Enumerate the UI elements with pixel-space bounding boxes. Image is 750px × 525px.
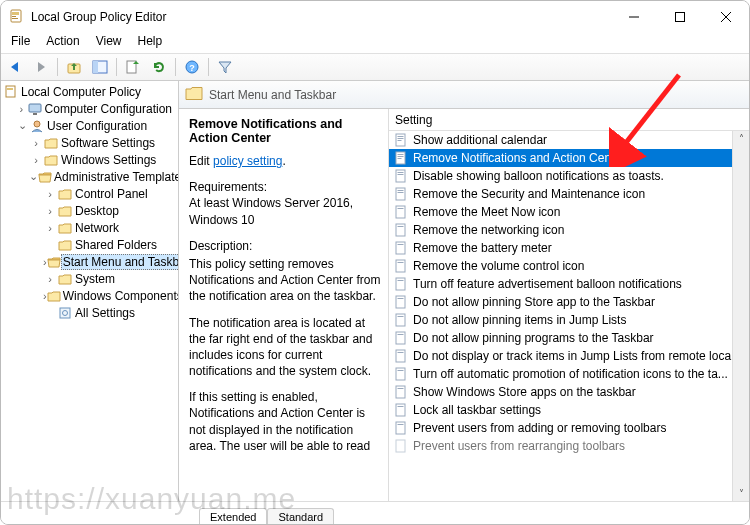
tree-start-menu-taskbar[interactable]: ›Start Menu and Taskbar <box>1 253 178 270</box>
close-button[interactable] <box>703 1 749 33</box>
menu-view[interactable]: View <box>88 33 130 53</box>
tree-system[interactable]: ›System <box>1 270 178 287</box>
requirements: Requirements:At least Windows Server 201… <box>189 179 382 228</box>
tree-admin-templates[interactable]: ⌄ Administrative Templates <box>1 168 178 185</box>
folder-icon <box>43 152 59 168</box>
svg-rect-34 <box>396 224 405 236</box>
setting-row[interactable]: Disable showing balloon notifications as… <box>389 167 749 185</box>
minimize-button[interactable] <box>611 1 657 33</box>
setting-row[interactable]: Do not allow pinning items in Jump Lists <box>389 311 749 329</box>
tree-computer-config[interactable]: › Computer Configuration <box>1 100 178 117</box>
setting-row[interactable]: Do not allow pinning Store app to the Ta… <box>389 293 749 311</box>
tree-root[interactable]: Local Computer Policy <box>1 83 178 100</box>
svg-rect-36 <box>396 242 405 254</box>
expand-icon[interactable]: › <box>43 205 57 217</box>
policy-item-icon <box>393 276 409 292</box>
tree-desktop[interactable]: ›Desktop <box>1 202 178 219</box>
setting-row[interactable]: Do not allow pinning programs to the Tas… <box>389 329 749 347</box>
edit-policy-link[interactable]: policy setting <box>213 154 282 168</box>
scroll-down-icon[interactable]: ˅ <box>739 486 744 501</box>
policy-item-icon <box>393 312 409 328</box>
expand-icon[interactable]: › <box>43 188 57 200</box>
folder-icon <box>47 288 61 304</box>
expand-icon[interactable]: › <box>43 273 57 285</box>
setting-row[interactable]: Remove the Meet Now icon <box>389 203 749 221</box>
policy-item-icon <box>393 168 409 184</box>
setting-row-selected[interactable]: Remove Notifications and Action Center <box>389 149 749 167</box>
up-button[interactable] <box>62 55 86 79</box>
svg-rect-23 <box>398 154 404 155</box>
refresh-button[interactable] <box>147 55 171 79</box>
policy-item-icon <box>393 258 409 274</box>
status-bar: Extended Standard <box>1 502 749 524</box>
expand-icon[interactable]: › <box>43 222 57 234</box>
forward-button[interactable] <box>29 55 53 79</box>
console-tree[interactable]: Local Computer Policy › Computer Configu… <box>1 81 179 501</box>
tree-software-settings[interactable]: › Software Settings <box>1 134 178 151</box>
setting-row[interactable]: Do not display or track items in Jump Li… <box>389 347 749 365</box>
tree-shared-folders[interactable]: Shared Folders <box>1 236 178 253</box>
setting-row[interactable]: Show additional calendar <box>389 131 749 149</box>
folder-icon <box>57 186 73 202</box>
svg-rect-13 <box>29 104 41 112</box>
setting-row[interactable]: Prevent users from adding or removing to… <box>389 419 749 437</box>
setting-row[interactable]: Turn off automatic promotion of notifica… <box>389 365 749 383</box>
collapse-icon[interactable]: ⌄ <box>29 170 38 183</box>
show-hide-tree-button[interactable] <box>88 55 112 79</box>
policy-item-icon <box>393 186 409 202</box>
menu-help[interactable]: Help <box>130 33 171 53</box>
collapse-icon[interactable]: ⌄ <box>15 119 29 132</box>
svg-rect-11 <box>6 86 15 97</box>
description-p3: If this setting is enabled, Notification… <box>189 389 382 454</box>
tree-windows-components[interactable]: ›Windows Components <box>1 287 178 304</box>
tree-user-config[interactable]: ⌄ User Configuration <box>1 117 178 134</box>
setting-row[interactable]: Turn off feature advertisement balloon n… <box>389 275 749 293</box>
settings-list: Setting Show additional calendar Remove … <box>389 109 749 501</box>
policy-item-icon <box>393 204 409 220</box>
view-tabs: Extended Standard <box>199 502 334 524</box>
column-header-setting[interactable]: Setting <box>389 109 749 131</box>
tab-extended[interactable]: Extended <box>199 508 267 525</box>
svg-rect-7 <box>93 61 98 73</box>
maximize-button[interactable] <box>657 1 703 33</box>
expand-icon[interactable]: › <box>15 103 28 115</box>
svg-rect-45 <box>398 316 404 317</box>
setting-row[interactable]: Remove the volume control icon <box>389 257 749 275</box>
svg-rect-28 <box>398 174 404 175</box>
filter-button[interactable] <box>213 55 237 79</box>
setting-row[interactable]: Remove the networking icon <box>389 221 749 239</box>
svg-rect-33 <box>398 208 404 209</box>
setting-row[interactable]: Remove the Security and Maintenance icon <box>389 185 749 203</box>
policy-item-icon <box>393 348 409 364</box>
setting-row[interactable]: Prevent users from rearranging toolbars <box>389 437 749 455</box>
export-list-button[interactable] <box>121 55 145 79</box>
content-pane: Start Menu and Taskbar Remove Notificati… <box>179 81 749 501</box>
tab-standard[interactable]: Standard <box>267 508 334 525</box>
policy-item-icon <box>393 150 409 166</box>
app-icon <box>9 9 25 25</box>
vertical-scrollbar[interactable]: ˄ ˅ <box>732 131 749 501</box>
toolbar-separator <box>208 58 209 76</box>
svg-rect-14 <box>33 113 37 115</box>
back-button[interactable] <box>3 55 27 79</box>
user-icon <box>29 118 45 134</box>
menu-file[interactable]: File <box>3 33 38 53</box>
menu-action[interactable]: Action <box>38 33 87 53</box>
svg-rect-42 <box>396 296 405 308</box>
scroll-up-icon[interactable]: ˄ <box>739 131 744 146</box>
setting-row[interactable]: Show Windows Store apps on the taskbar <box>389 383 749 401</box>
svg-rect-51 <box>398 370 404 371</box>
tree-control-panel[interactable]: ›Control Panel <box>1 185 178 202</box>
tree-all-settings[interactable]: All Settings <box>1 304 178 321</box>
help-button[interactable]: ? <box>180 55 204 79</box>
svg-rect-19 <box>398 136 404 137</box>
expand-icon[interactable]: › <box>29 154 43 166</box>
setting-row[interactable]: Lock all taskbar settings <box>389 401 749 419</box>
tree-windows-settings[interactable]: › Windows Settings <box>1 151 178 168</box>
folder-icon <box>57 237 73 253</box>
tree-network[interactable]: ›Network <box>1 219 178 236</box>
expand-icon[interactable]: › <box>29 137 43 149</box>
setting-row[interactable]: Remove the battery meter <box>389 239 749 257</box>
svg-rect-48 <box>396 350 405 362</box>
svg-rect-41 <box>398 280 404 281</box>
